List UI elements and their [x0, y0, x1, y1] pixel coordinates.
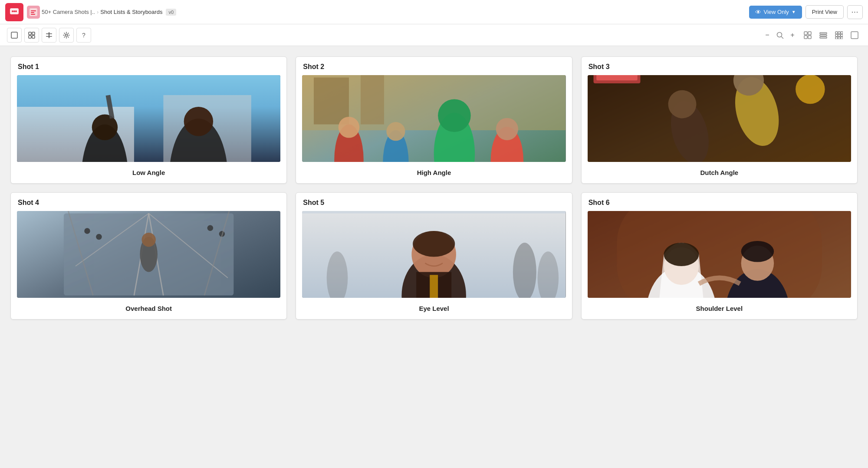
svg-rect-22	[808, 36, 811, 39]
shot-1-header: Shot 1	[11, 57, 286, 75]
toolbar-button-1[interactable]	[7, 28, 22, 43]
svg-point-40	[92, 115, 118, 140]
svg-point-2	[13, 10, 15, 12]
view-mode-2[interactable]	[817, 29, 830, 41]
svg-rect-28	[841, 32, 843, 34]
chevron-down-icon: ▼	[792, 10, 796, 14]
svg-point-42	[184, 107, 213, 136]
svg-rect-32	[835, 37, 838, 39]
svg-rect-31	[841, 34, 843, 36]
svg-rect-24	[820, 35, 827, 36]
project-icon	[27, 6, 40, 19]
shot-card-3: Shot 3	[581, 56, 858, 184]
svg-rect-25	[820, 37, 827, 38]
svg-rect-59	[596, 75, 637, 80]
settings-button[interactable]	[59, 28, 74, 43]
shot-2-image-placeholder	[302, 75, 566, 162]
toolbar-button-2[interactable]	[24, 28, 39, 43]
shot-card-1: Shot 1	[10, 56, 287, 184]
svg-rect-15	[46, 36, 52, 37]
svg-rect-10	[32, 32, 35, 35]
shot-1-image	[17, 75, 280, 162]
shot-5-image	[302, 211, 566, 298]
svg-rect-8	[11, 32, 17, 38]
shot-5-label: Eye Level	[296, 298, 572, 319]
shot-1-image-placeholder	[17, 75, 280, 162]
svg-rect-29	[835, 34, 838, 36]
svg-rect-5	[31, 10, 36, 11]
svg-rect-46	[314, 78, 349, 125]
svg-rect-80	[302, 211, 566, 214]
svg-rect-13	[49, 32, 49, 38]
shot-card-2: Shot 2	[296, 56, 572, 184]
svg-rect-26	[835, 32, 838, 34]
breadcrumb-area: 50+ Camera Shots |.. › Shot Lists & Stor…	[27, 6, 742, 19]
print-view-button[interactable]: Print View	[806, 5, 844, 19]
shot-3-header: Shot 3	[582, 57, 857, 75]
shot-1-label: Low Angle	[11, 162, 286, 183]
svg-point-51	[387, 122, 405, 141]
eye-icon: 👁	[755, 9, 761, 16]
shot-4-image	[17, 211, 280, 298]
view-mode-1[interactable]	[801, 29, 814, 41]
breadcrumb-current: Shot Lists & Storyboards	[100, 9, 162, 15]
shot-6-image-placeholder	[588, 211, 851, 298]
svg-rect-27	[838, 32, 840, 34]
svg-rect-21	[804, 36, 807, 39]
svg-rect-19	[804, 32, 807, 35]
main-content: Shot 1	[0, 46, 868, 330]
logo-button[interactable]	[5, 3, 23, 21]
svg-rect-23	[820, 33, 827, 34]
toolbar-button-3[interactable]	[42, 28, 56, 43]
shot-card-5: Shot 5	[296, 192, 572, 320]
shot-2-label: High Angle	[296, 162, 572, 183]
svg-point-72	[141, 233, 155, 247]
shot-card-4: Shot 4	[10, 192, 287, 320]
shot-4-label: Overhead Shot	[11, 298, 286, 319]
shots-grid: Shot 1	[10, 56, 858, 320]
shot-4-image-placeholder	[17, 211, 280, 298]
view-mode-4[interactable]	[848, 29, 861, 41]
zoom-in-button[interactable]: +	[786, 29, 799, 41]
svg-line-18	[782, 36, 783, 38]
svg-point-73	[84, 228, 90, 234]
shot-6-image	[588, 211, 851, 298]
shot-card-6: Shot 6	[581, 192, 858, 320]
svg-rect-6	[31, 12, 34, 13]
svg-point-55	[496, 118, 518, 140]
svg-point-92	[413, 231, 455, 257]
svg-rect-20	[808, 32, 811, 35]
view-mode-3[interactable]	[832, 29, 845, 41]
svg-rect-11	[29, 36, 31, 38]
svg-point-3	[15, 10, 17, 12]
svg-rect-91	[430, 275, 438, 298]
help-button[interactable]: ?	[76, 28, 91, 43]
svg-point-98	[664, 243, 699, 266]
shot-2-image	[302, 75, 566, 162]
shot-2-header: Shot 2	[296, 57, 572, 75]
svg-point-16	[66, 34, 68, 36]
more-options-button[interactable]: ···	[847, 5, 863, 19]
svg-point-60	[796, 75, 825, 104]
shot-6-header: Shot 6	[582, 193, 857, 211]
svg-rect-30	[838, 34, 840, 36]
shot-5-header: Shot 5	[296, 193, 572, 211]
svg-rect-34	[841, 37, 843, 39]
svg-rect-35	[851, 32, 858, 39]
zoom-out-button[interactable]: −	[761, 29, 773, 41]
view-only-button[interactable]: 👁 View Only ▼	[749, 6, 802, 19]
toolbar: ? − +	[0, 24, 868, 46]
app-header: 50+ Camera Shots |.. › Shot Lists & Stor…	[0, 0, 868, 24]
shot-4-header: Shot 4	[11, 193, 286, 211]
breadcrumb-separator: ›	[97, 9, 99, 15]
svg-rect-47	[361, 75, 384, 124]
svg-point-1	[12, 10, 13, 12]
svg-rect-33	[838, 37, 840, 39]
svg-point-74	[96, 234, 102, 240]
view-only-label: View Only	[764, 9, 789, 15]
shot-3-image	[588, 75, 851, 162]
svg-point-53	[438, 99, 471, 132]
svg-rect-12	[32, 36, 35, 38]
svg-point-49	[339, 117, 360, 138]
version-badge: v0	[166, 9, 176, 16]
